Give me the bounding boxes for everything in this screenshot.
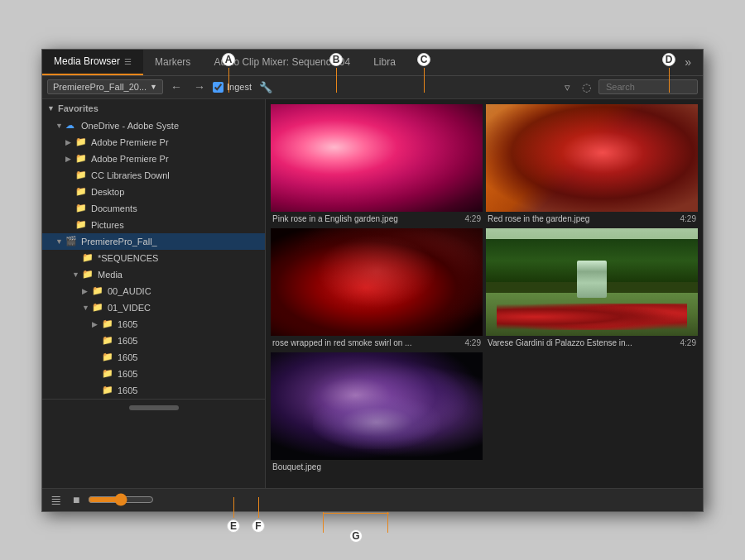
tree-item-1605-5[interactable]: 📁 1605 bbox=[42, 382, 265, 399]
tree-item-sequences[interactable]: 📁 *SEQUENCES bbox=[42, 250, 265, 266]
icon-view-btn[interactable]: ■ bbox=[70, 491, 83, 508]
zoom-slider[interactable] bbox=[88, 493, 154, 506]
annotation-f: F bbox=[252, 519, 265, 533]
media-item-3[interactable]: rose wrapped in red smoke swirl on ... 4… bbox=[271, 228, 483, 349]
tab-markers-label: Markers bbox=[155, 56, 190, 68]
folder-icon-2: 📁 bbox=[75, 153, 89, 164]
tree-item-desktop[interactable]: 📁 Desktop bbox=[42, 184, 265, 200]
tree-label-media: Media bbox=[98, 270, 123, 280]
tree-arrow-1605-1: ▶ bbox=[92, 320, 102, 328]
tree-item-1605-3[interactable]: 📁 1605 bbox=[42, 349, 265, 366]
tab-overflow-btn[interactable]: » bbox=[680, 55, 696, 69]
media-item-4[interactable]: Varese Giardini di Palazzo Estense in...… bbox=[486, 228, 698, 349]
tree-arrow-media: ▼ bbox=[72, 270, 82, 279]
tree-arrow-adobe1: ▶ bbox=[65, 138, 75, 146]
tree-item-1605-4[interactable]: 📁 1605 bbox=[42, 366, 265, 382]
media-filename-3: rose wrapped in red smoke swirl on ... bbox=[272, 338, 411, 347]
media-label-4: Varese Giardini di Palazzo Estense in...… bbox=[486, 336, 698, 349]
tree-item-1605-1[interactable]: ▶ 📁 1605 bbox=[42, 316, 265, 333]
ingest-checkbox[interactable] bbox=[213, 82, 223, 93]
tree-arrow-libs bbox=[65, 171, 75, 179]
tab-media-browser[interactable]: Media Browser ☰ bbox=[42, 50, 143, 75]
tree-item-onedrive[interactable]: ▼ ☁ OneDrive - Adobe Syste bbox=[42, 117, 265, 134]
forward-btn[interactable]: → bbox=[190, 79, 209, 95]
folder-icon-video: 📁 bbox=[92, 302, 105, 313]
tree-item-1605-2[interactable]: 📁 1605 bbox=[42, 333, 265, 349]
tree-arrow-adobe2: ▶ bbox=[65, 155, 75, 163]
filter-icon[interactable]: ▿ bbox=[560, 79, 574, 95]
tree-arrow-1605-3 bbox=[92, 353, 102, 361]
tab-libraries-label: Libra bbox=[373, 56, 396, 68]
tree-arrow-project: ▼ bbox=[55, 237, 65, 246]
ingest-text: Ingest bbox=[227, 82, 252, 92]
media-item-2[interactable]: Red rose in the garden.jpeg 4:29 bbox=[486, 104, 698, 225]
project-select[interactable]: PremierePro_Fall_20... ▼ bbox=[47, 79, 163, 94]
folder-icon-pics: 📁 bbox=[75, 219, 89, 230]
folder-icon-media: 📁 bbox=[82, 269, 95, 280]
tree-label-project: PremierePro_Fall_ bbox=[81, 237, 157, 246]
media-label-2: Red rose in the garden.jpeg 4:29 bbox=[486, 212, 698, 225]
tree-label-audio: 00_AUDIC bbox=[108, 286, 151, 296]
project-name: PremierePro_Fall_20... bbox=[53, 82, 147, 92]
tree-label-documents: Documents bbox=[91, 203, 137, 213]
search-input[interactable] bbox=[598, 79, 698, 94]
content-area: Pink rose in a English garden.jpeg 4:29 … bbox=[266, 99, 703, 488]
toolbar: PremierePro_Fall_20... ▼ ← → Ingest 🔧 ▿ … bbox=[42, 76, 703, 99]
app-window: Media Browser ☰ Markers Audio Clip Mixer… bbox=[41, 49, 704, 512]
list-view-btn[interactable]: ≣ bbox=[47, 491, 65, 510]
tree-arrow-onedrive: ▼ bbox=[55, 122, 65, 130]
tree-arrow-seq bbox=[72, 254, 82, 262]
media-grid: Pink rose in a English garden.jpeg 4:29 … bbox=[269, 103, 699, 475]
tab-audio-clip-mixer[interactable]: Audio Clip Mixer: Sequence 04 bbox=[202, 50, 362, 75]
tree-item-libraries[interactable]: 📁 CC Libraries Downl bbox=[42, 167, 265, 184]
tab-menu-icon[interactable]: ☰ bbox=[124, 57, 132, 66]
folder-icon-audio: 📁 bbox=[92, 285, 105, 296]
tree-item-adobe2[interactable]: ▶ 📁 Adobe Premiere Pr bbox=[42, 151, 265, 167]
tree-label-libraries: CC Libraries Downl bbox=[91, 170, 170, 180]
tree-arrow-1605-4 bbox=[92, 370, 102, 378]
sidebar: ▼ Favorites ▼ ☁ OneDrive - Adobe Syste ▶… bbox=[42, 99, 266, 488]
tree-item-audio[interactable]: ▶ 📁 00_AUDIC bbox=[42, 283, 265, 299]
folder-icon-1605-5: 📁 bbox=[102, 385, 115, 395]
media-label-3: rose wrapped in red smoke swirl on ... 4… bbox=[271, 336, 483, 349]
media-item-1[interactable]: Pink rose in a English garden.jpeg 4:29 bbox=[271, 104, 483, 225]
folder-icon-1605-3: 📁 bbox=[102, 352, 115, 362]
section-label: Favorites bbox=[58, 103, 99, 113]
media-duration-2: 4:29 bbox=[680, 214, 696, 223]
folder-icon-1605-4: 📁 bbox=[102, 368, 115, 379]
tab-libraries[interactable]: Libra bbox=[362, 50, 407, 75]
media-filename-2: Red rose in the garden.jpeg bbox=[488, 214, 589, 223]
tree-label-1605-1: 1605 bbox=[118, 319, 137, 329]
annotation-g: G bbox=[349, 529, 363, 543]
tree-arrow-1605-5 bbox=[92, 386, 102, 395]
tree-item-media[interactable]: ▼ 📁 Media bbox=[42, 266, 265, 283]
cloud-icon: ☁ bbox=[65, 120, 79, 131]
media-filename-5: Bouquet.jpeg bbox=[272, 462, 321, 471]
tab-audio-label: Audio Clip Mixer: Sequence 04 bbox=[214, 56, 350, 68]
tree-arrow-desktop bbox=[65, 188, 75, 196]
settings-btn[interactable]: 🔧 bbox=[255, 79, 276, 95]
tree-label-desktop: Desktop bbox=[91, 187, 124, 197]
media-label-5: Bouquet.jpeg bbox=[271, 460, 483, 473]
tree-item-video[interactable]: ▼ 📁 01_VIDEC bbox=[42, 299, 265, 316]
media-duration-3: 4:29 bbox=[465, 338, 481, 347]
tab-media-browser-label: Media Browser bbox=[54, 55, 120, 67]
tree-arrow-docs bbox=[65, 204, 75, 213]
sidebar-section-favorites: ▼ Favorites bbox=[42, 99, 265, 117]
folder-icon-1605-1: 📁 bbox=[102, 318, 115, 329]
tree-label-onedrive: OneDrive - Adobe Syste bbox=[81, 121, 179, 131]
tab-markers[interactable]: Markers bbox=[143, 50, 202, 75]
back-btn[interactable]: ← bbox=[166, 79, 186, 95]
tree-item-adobe1[interactable]: ▶ 📁 Adobe Premiere Pr bbox=[42, 134, 265, 151]
search-zoom-icon[interactable]: ◌ bbox=[578, 79, 595, 95]
tree-item-pictures[interactable]: 📁 Pictures bbox=[42, 217, 265, 233]
tree-item-documents[interactable]: 📁 Documents bbox=[42, 200, 265, 217]
ingest-label[interactable]: Ingest bbox=[213, 82, 252, 93]
folder-icon-1: 📁 bbox=[75, 136, 89, 147]
folder-icon-docs: 📁 bbox=[75, 203, 89, 213]
tree-label-sequences: *SEQUENCES bbox=[98, 253, 158, 263]
media-label-1: Pink rose in a English garden.jpeg 4:29 bbox=[271, 212, 483, 225]
media-item-5[interactable]: Bouquet.jpeg bbox=[271, 352, 483, 473]
tree-item-project[interactable]: ▼ 🎬 PremierePro_Fall_ bbox=[42, 233, 265, 250]
bottom-bar: ≣ ■ bbox=[42, 488, 703, 511]
